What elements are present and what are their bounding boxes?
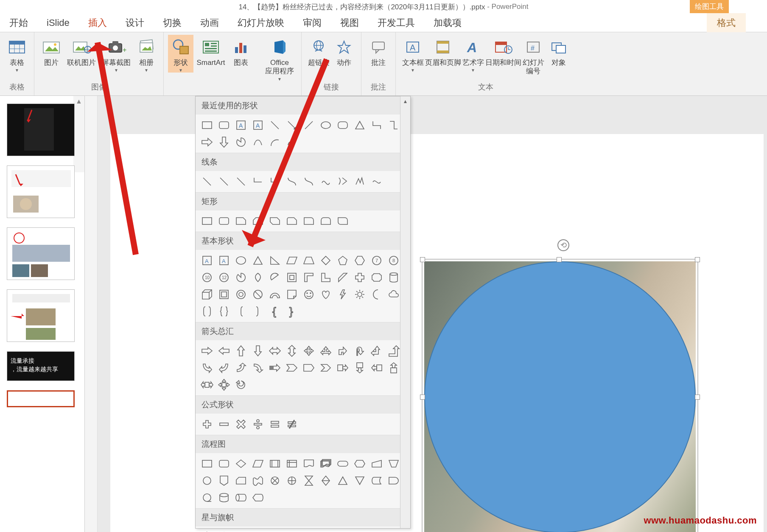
shape-collate[interactable] (301, 473, 317, 489)
tab-view[interactable]: 视图 (331, 13, 368, 33)
shape-arrow-chevron[interactable] (318, 360, 334, 376)
shape-textbox-v[interactable]: A (216, 252, 232, 269)
tab-islide[interactable]: iSlide (37, 14, 79, 32)
shape-directdata[interactable] (233, 490, 249, 506)
shape-hexagon[interactable] (352, 252, 368, 269)
shape-oval[interactable] (233, 252, 249, 269)
shape-arrow-callout-r[interactable] (335, 360, 351, 376)
btn-textbox[interactable]: A 文本框▼ (400, 35, 425, 73)
shape-star32[interactable]: 32 (386, 529, 402, 532)
shape-moon[interactable] (369, 286, 385, 302)
shape-display[interactable] (250, 490, 266, 506)
shape-notequal[interactable] (284, 416, 300, 432)
shape-snipround[interactable] (284, 213, 300, 229)
shape-arrow-quad[interactable] (301, 343, 317, 359)
shape-foldedcorner[interactable] (284, 286, 300, 302)
tab-format[interactable]: 格式 (707, 13, 746, 33)
shape-manualinput[interactable] (369, 456, 385, 472)
shape-line2[interactable] (301, 117, 317, 133)
shape-roundrect2[interactable] (335, 117, 351, 133)
shape-arrow-l[interactable] (216, 343, 232, 359)
shape-delay[interactable] (386, 473, 402, 489)
oval-shape[interactable] (424, 261, 696, 532)
shape-lbracket[interactable] (233, 303, 249, 319)
shape-arrow-uturn[interactable] (352, 343, 368, 359)
shape-heart[interactable] (318, 286, 334, 302)
shape-lshape[interactable] (318, 269, 334, 286)
shape-terminator[interactable] (335, 456, 351, 472)
shape-line[interactable] (267, 117, 283, 133)
shape-arrow-line[interactable] (284, 117, 300, 133)
shape-arrow-pentagon[interactable] (301, 360, 317, 376)
shape-storeddata[interactable] (369, 473, 385, 489)
shape-can[interactable] (386, 269, 402, 286)
resize-handle[interactable] (420, 395, 425, 400)
resize-handle[interactable] (557, 257, 562, 262)
shape-line-double[interactable] (233, 174, 249, 190)
shape-predefproc[interactable] (267, 456, 283, 472)
shape-scribble2[interactable] (369, 174, 385, 190)
shape-arrow-leftup[interactable] (369, 343, 385, 359)
slide-thumb[interactable] (7, 227, 75, 280)
canvas-scrollbar[interactable] (85, 96, 98, 532)
shape-explosion2[interactable] (216, 529, 232, 532)
shape-decagon[interactable]: 10 (199, 269, 215, 286)
btn-hyperlink[interactable]: 超链接 (306, 35, 331, 67)
slide-thumb[interactable] (7, 390, 75, 407)
resize-handle[interactable] (695, 257, 700, 262)
shape-star16[interactable]: 16 (352, 529, 368, 532)
btn-object[interactable]: 对象 (546, 35, 571, 67)
shape-line-arrow[interactable] (216, 174, 232, 190)
shape-line[interactable] (199, 174, 215, 190)
btn-headerfooter[interactable]: 页眉和页脚 (425, 35, 460, 67)
shape-arrow-callout-u[interactable] (386, 360, 402, 376)
shape-decision[interactable] (233, 456, 249, 472)
shape-bevel[interactable] (216, 286, 232, 302)
shape-octagon[interactable]: 8 (386, 252, 402, 269)
shape-sun[interactable] (352, 286, 368, 302)
shape-arrow-lrup[interactable] (318, 343, 334, 359)
shape-or[interactable] (284, 473, 300, 489)
shape-scribble[interactable] (352, 174, 368, 190)
shape-arrow-curvedup[interactable] (233, 360, 249, 376)
shape-cloud[interactable] (386, 286, 402, 302)
shape-elbow[interactable] (250, 174, 266, 190)
shape-sort[interactable] (318, 473, 334, 489)
shape-snip1[interactable] (233, 213, 249, 229)
shape-frame[interactable] (284, 269, 300, 286)
shape-arrow-circular[interactable] (233, 377, 249, 393)
shape-manualop[interactable] (386, 456, 402, 472)
tab-developer[interactable]: 开发工具 (368, 13, 424, 33)
rotation-handle[interactable]: ⟲ (557, 239, 569, 251)
shape-merge[interactable] (352, 473, 368, 489)
shape-punchtape[interactable] (250, 473, 266, 489)
shape-arrow-bentup[interactable] (386, 343, 402, 359)
shape-star8[interactable]: 8 (301, 529, 317, 532)
tab-home[interactable]: 开始 (0, 13, 37, 33)
shape-arrow-u[interactable] (233, 343, 249, 359)
shape-dodecagon[interactable]: 12 (216, 269, 232, 286)
resize-handle[interactable] (420, 257, 425, 262)
btn-pictures[interactable]: 图片 (39, 35, 64, 67)
slide-thumb[interactable] (7, 289, 75, 342)
shape-star10[interactable]: 10 (318, 529, 334, 532)
shape-blockarc[interactable] (267, 286, 283, 302)
shape-trapezoid[interactable] (301, 252, 317, 269)
shape-star6[interactable] (267, 529, 283, 532)
resize-handle[interactable] (695, 395, 700, 400)
shape-preparation[interactable] (352, 456, 368, 472)
shape-rect[interactable] (199, 117, 215, 133)
shape-arrow-curvedright[interactable] (199, 360, 215, 376)
tab-insert[interactable]: 插入 (79, 13, 116, 33)
btn-photo-album[interactable]: 相册▼ (134, 35, 159, 73)
shape-star12[interactable]: 12 (335, 529, 351, 532)
shape-extract[interactable] (335, 473, 351, 489)
shape-elbow[interactable] (386, 117, 402, 133)
tab-review[interactable]: 审阅 (294, 13, 331, 33)
shape-arrow-callout-l[interactable] (369, 360, 385, 376)
shape-diagstripe[interactable] (335, 269, 351, 286)
shapes-gallery[interactable]: ▲ 最近使用的形状 A A 线条 矩形 (195, 96, 411, 529)
shape-textbox[interactable]: A (233, 117, 249, 133)
btn-datetime[interactable]: 日期和时间 (486, 35, 521, 67)
shape-arrow-lr[interactable] (267, 343, 283, 359)
